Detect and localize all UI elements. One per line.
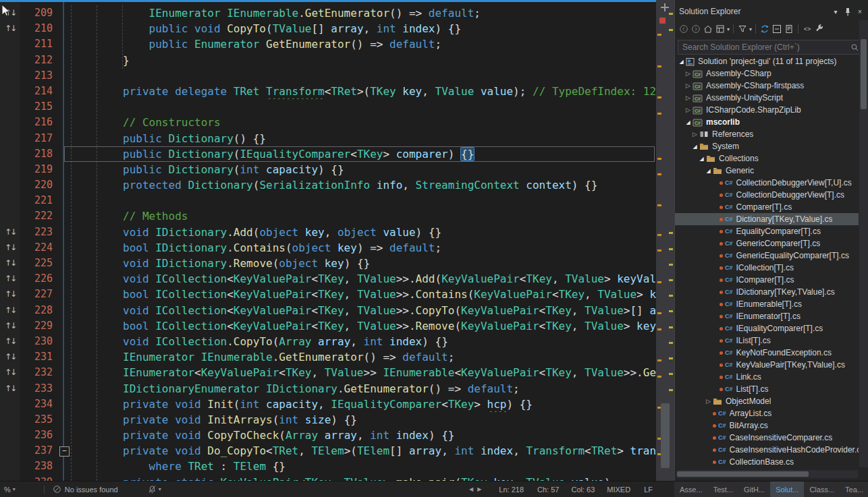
code-line-239[interactable]: 239 private static KeyValuePair<TKey, TV… [0,475,656,481]
tree-item[interactable]: C#ICollection[T].cs [675,262,859,274]
scrollbar-thumb[interactable] [661,403,670,468]
collapse-arrow-icon[interactable]: ◢ [704,168,713,174]
line-number[interactable]: 237 [20,443,53,459]
search-input[interactable] [678,42,848,52]
line-number[interactable]: 221 [20,193,53,208]
expand-arrow-icon[interactable]: ▷ [704,398,713,405]
reference-glyph-icon[interactable]: ↑↓ [0,303,20,318]
code-text[interactable]: void ICollection<KeyValuePair<TKey, TVal… [53,271,656,287]
code-line-222[interactable]: 222 // Methods [0,208,656,224]
code-line-227[interactable]: ↑↓227 bool ICollection<KeyValuePair<TKey… [0,287,656,302]
code-text[interactable]: private void InitArrays(int size) {} [53,412,656,428]
line-number[interactable]: 214 [20,84,53,99]
tree-item[interactable]: C#CaseInsensitiveHashCodeProvider.cs [675,444,859,456]
code-line-217[interactable]: 217 public Dictionary() {} [0,131,656,146]
fold-collapse-icon[interactable]: − [59,446,70,457]
pin-icon[interactable] [842,6,854,17]
line-indicator[interactable]: Ln: 218 [499,486,524,494]
tree-item[interactable]: ▷C#ICSharpCode.SharpZipLib [675,104,859,116]
code-text[interactable]: private void Do_CopyTo<TRet, TElem>(TEle… [53,443,656,459]
collapse-arrow-icon[interactable]: ◢ [697,156,706,162]
code-text[interactable]: protected Dictionary(SerializationInfo i… [53,177,656,193]
tree-item[interactable]: ▷ObjectModel [675,395,859,407]
reference-glyph-icon[interactable]: ↑↓ [0,256,20,271]
code-text[interactable]: private delegate TRet Transform<TRet>(TK… [53,84,656,99]
tree-item[interactable]: C#CollectionDebuggerView[T,U].cs [675,177,859,189]
wrench-icon[interactable] [813,22,825,36]
code-line-223[interactable]: ↑↓223 void IDictionary.Add(object key, o… [0,225,656,240]
reference-glyph-icon[interactable]: ↑↓ [0,271,20,287]
scroll-left-icon[interactable]: ◀ [469,486,473,492]
line-number[interactable]: 215 [20,99,53,115]
tree-horizontal-scrollbar[interactable] [676,470,858,478]
tree-item[interactable]: ▷References [675,128,859,140]
properties-icon[interactable] [783,22,795,36]
code-line-220[interactable]: 220 protected Dictionary(SerializationIn… [0,177,656,193]
tree-item[interactable]: C#IEnumerable[T].cs [675,298,859,310]
line-number[interactable]: 224 [20,240,53,256]
tree-item[interactable]: ◢Generic [675,165,859,177]
tool-window-tab-5[interactable]: Class... [804,481,840,497]
code-text[interactable] [53,193,656,208]
line-number[interactable]: 233 [20,381,53,397]
code-line-224[interactable]: ↑↓224 bool IDictionary.Contains(object k… [0,240,656,256]
split-editor-gripper-icon[interactable] [661,3,669,11]
line-number[interactable]: 231 [20,349,53,365]
tree-item[interactable]: ▷C#Assembly-UnityScript [675,92,859,104]
home-icon[interactable] [702,22,714,36]
code-text[interactable]: bool ICollection<KeyValuePair<TKey, TVal… [53,318,656,334]
code-line-231[interactable]: ↑↓231 IEnumerator IEnumerable.GetEnumera… [0,349,656,365]
issues-indicator[interactable]: No issues found [53,485,118,494]
editor-vertical-scrollbar[interactable] [656,0,674,481]
code-text[interactable]: void ICollection<KeyValuePair<TKey, TVal… [53,303,656,318]
tree-item[interactable]: C#KeyNotFoundException.cs [675,347,859,359]
code-text[interactable] [53,68,656,84]
tree-vertical-scrollbar[interactable] [859,20,868,467]
code-text[interactable]: public Dictionary() {} [53,131,656,146]
line-number[interactable]: 228 [20,303,53,318]
reference-glyph-icon[interactable]: ↑↓ [0,240,20,256]
code-line-216[interactable]: 216 // Constructors [0,115,656,130]
line-number[interactable]: 234 [20,397,53,412]
code-text[interactable]: void IDictionary.Remove(object key) {} [53,256,656,271]
code-text[interactable]: // Methods [53,208,656,224]
tree-item[interactable]: ◢C#mscorlib [675,116,859,128]
collapse-arrow-icon[interactable]: ◢ [684,119,693,125]
code-line-238[interactable]: 238 where TRet : TElem {} [0,459,656,474]
code-text[interactable]: where TRet : TElem {} [53,459,656,474]
scrollbar-thumb[interactable] [677,471,809,477]
code-text[interactable]: private void CopyToCheck(Array array, in… [53,428,656,443]
reference-glyph-icon[interactable]: ↑↓ [0,318,20,334]
tree-item[interactable]: C#List[T].cs [675,383,859,395]
line-number[interactable]: 216 [20,115,53,130]
line-number[interactable]: 225 [20,256,53,271]
code-line-210[interactable]: ↑↓210 public void CopyTo(TValue[] array,… [0,21,656,36]
line-number[interactable]: 229 [20,318,53,334]
reference-glyph-icon[interactable]: ↑↓ [0,381,20,397]
tree-item[interactable]: C#GenericComparer[T].cs [675,237,859,250]
eol-indicator[interactable]: LF [644,486,653,494]
tool-window-tab-4[interactable]: Solut... [770,481,804,497]
code-text[interactable]: IDictionaryEnumerator IDictionary.GetEnu… [53,381,656,397]
line-number[interactable]: 223 [20,225,53,240]
line-number[interactable]: 218 [20,146,53,162]
code-line-235[interactable]: 235 private void InitArrays(int size) {} [0,412,656,428]
code-line-230[interactable]: ↑↓230 void ICollection.CopyTo(Array arra… [0,334,656,349]
code-text[interactable]: } [53,53,656,68]
code-text[interactable] [53,99,656,115]
tree-item[interactable]: C#KeyValuePair[TKey,TValue].cs [675,359,859,371]
sync-with-active-document-icon[interactable] [759,22,771,36]
tree-item[interactable]: ▷C#Assembly-CSharp-firstpass [675,80,859,92]
line-number[interactable]: 239 [20,475,53,481]
code-text[interactable]: void ICollection.CopyTo(Array array, int… [53,334,656,349]
close-icon[interactable]: × [854,6,866,17]
tree-item[interactable]: C#IComparer[T].cs [675,274,859,286]
tree-item[interactable]: C#ArrayList.cs [675,407,859,419]
reference-glyph-icon[interactable]: ↑↓ [0,287,20,302]
tool-window-tab-6[interactable]: Tea... [840,481,868,497]
line-number[interactable]: 232 [20,365,53,380]
reference-glyph-icon[interactable]: ↑↓ [0,5,20,21]
encoding-indicator[interactable]: MIXED [607,486,630,494]
forward-icon[interactable] [690,22,702,36]
line-number[interactable]: 211 [20,36,53,52]
